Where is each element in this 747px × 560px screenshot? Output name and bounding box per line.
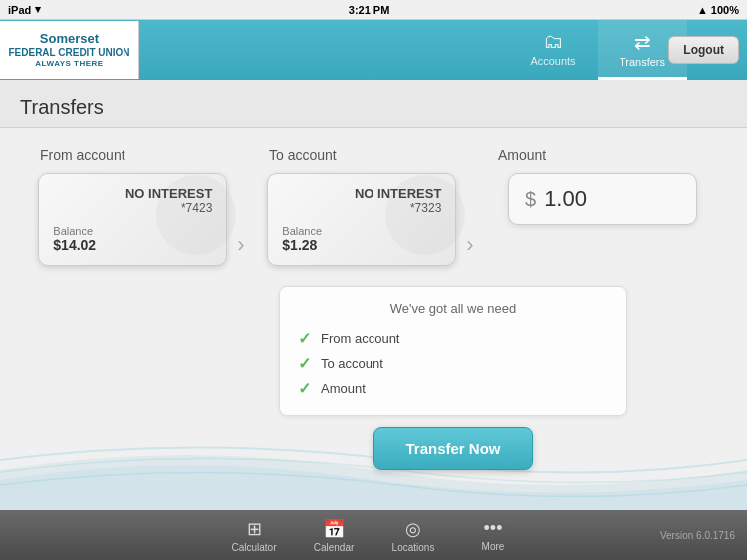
checklist-amount-text: Amount xyxy=(321,381,366,396)
status-bar: iPad ▾ 3:21 PM ▲ 100% xyxy=(0,0,747,20)
from-label: From account xyxy=(30,147,125,163)
accounts-icon: 🗂 xyxy=(543,30,563,53)
to-label: To account xyxy=(259,147,337,163)
to-balance: $1.28 xyxy=(282,237,441,253)
status-right: ▲ 100% xyxy=(697,4,739,16)
to-account-number: *7323 xyxy=(282,201,441,215)
logo-sub: FEDERAL CREDIT UNION xyxy=(8,47,129,59)
tab-accounts-label: Accounts xyxy=(530,55,575,67)
more-label: More xyxy=(482,541,505,552)
checklist-title: We've got all we need xyxy=(298,301,609,316)
tab-more[interactable]: ••• More xyxy=(453,518,533,553)
check-from-icon: ✓ xyxy=(298,329,311,348)
checklist-item-from: ✓ From account xyxy=(298,326,609,351)
calculator-label: Calculator xyxy=(231,542,276,553)
page-content: Transfers From account NO INTEREST *7423… xyxy=(0,80,747,510)
tab-accounts[interactable]: 🗂 Accounts xyxy=(508,20,598,80)
to-account-name: NO INTEREST xyxy=(282,186,441,201)
logo-brand: Somerset xyxy=(8,31,129,47)
amount-card: $ xyxy=(508,173,697,225)
wifi-icon: ▾ xyxy=(35,3,41,16)
check-amount-icon: ✓ xyxy=(298,379,311,398)
checklist-item-amount: ✓ Amount xyxy=(298,376,609,401)
page-title: Transfers xyxy=(0,80,747,128)
from-account-name: NO INTEREST xyxy=(53,186,212,201)
calculator-icon: ⊞ xyxy=(247,518,262,540)
more-icon: ••• xyxy=(484,518,503,539)
checklist-box: We've got all we need ✓ From account ✓ T… xyxy=(279,286,627,416)
amount-input[interactable] xyxy=(544,186,663,212)
transfer-now-button[interactable]: Transfer Now xyxy=(374,427,533,470)
checklist-item-to: ✓ To account xyxy=(298,351,609,376)
from-account-column: From account NO INTEREST *7423 Balance $… xyxy=(30,147,259,266)
amount-label: Amount xyxy=(488,147,546,163)
content-area: From account NO INTEREST *7423 Balance $… xyxy=(0,128,747,490)
version-label: Version 6.0.1716 xyxy=(660,530,735,541)
checklist-from-text: From account xyxy=(321,331,399,346)
bottom-tabs: ⊞ Calculator 📅 Calendar ◎ Locations ••• … xyxy=(10,518,737,553)
transfer-columns: From account NO INTEREST *7423 Balance $… xyxy=(30,147,717,266)
checklist-area: We've got all we need ✓ From account ✓ T… xyxy=(279,286,627,470)
tab-locations[interactable]: ◎ Locations xyxy=(374,518,453,553)
tab-calculator[interactable]: ⊞ Calculator xyxy=(214,518,294,553)
tab-calendar[interactable]: 📅 Calendar xyxy=(294,518,374,553)
carrier-label: iPad xyxy=(8,4,31,16)
bottom-bar: ⊞ Calculator 📅 Calendar ◎ Locations ••• … xyxy=(0,510,747,560)
to-arrow: › xyxy=(460,232,479,258)
checklist-to-text: To account xyxy=(321,356,383,371)
from-account-card[interactable]: NO INTEREST *7423 Balance $14.02 xyxy=(38,173,227,266)
tab-transfers-label: Transfers xyxy=(620,56,665,68)
logo-area: Somerset FEDERAL CREDIT UNION ALWAYS THE… xyxy=(0,21,139,79)
to-account-column: To account NO INTEREST *7323 Balance $1.… xyxy=(259,147,488,266)
from-account-number: *7423 xyxy=(53,201,212,215)
transfers-icon: ⇄ xyxy=(634,30,651,54)
from-arrow: › xyxy=(231,232,250,258)
amount-column: Amount $ xyxy=(488,147,717,225)
calendar-label: Calendar xyxy=(314,542,355,553)
header: Somerset FEDERAL CREDIT UNION ALWAYS THE… xyxy=(0,20,747,80)
status-left: iPad ▾ xyxy=(8,3,41,16)
nav-tabs: 🗂 Accounts ⇄ Transfers xyxy=(508,20,687,80)
calendar-icon: 📅 xyxy=(323,518,345,540)
logout-button[interactable]: Logout xyxy=(668,36,739,64)
battery-label: ▲ 100% xyxy=(697,4,739,16)
to-account-card[interactable]: NO INTEREST *7323 Balance $1.28 xyxy=(267,173,456,266)
check-to-icon: ✓ xyxy=(298,354,311,373)
from-balance-label: Balance xyxy=(53,225,212,237)
dollar-sign: $ xyxy=(525,188,536,211)
locations-icon: ◎ xyxy=(405,518,421,540)
logo-tagline: ALWAYS THERE xyxy=(8,59,129,69)
to-balance-label: Balance xyxy=(282,225,441,237)
locations-label: Locations xyxy=(392,542,435,553)
time-display: 3:21 PM xyxy=(349,4,390,16)
from-balance: $14.02 xyxy=(53,237,212,253)
